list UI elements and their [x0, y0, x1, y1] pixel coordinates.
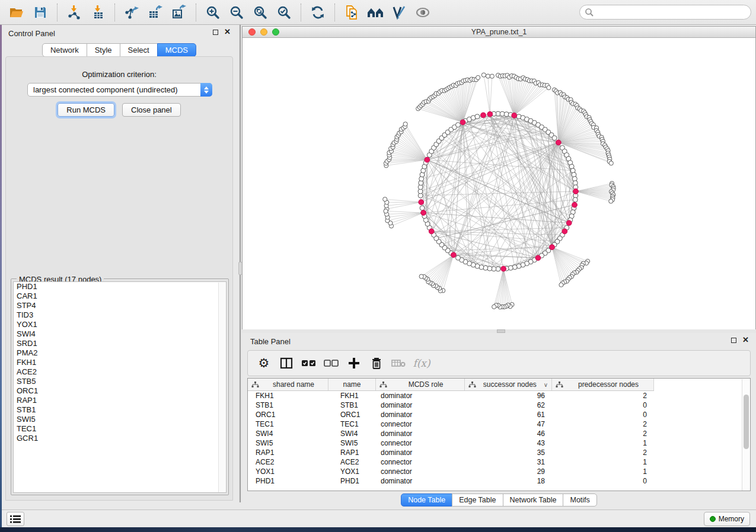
- column-header-name[interactable]: name: [328, 379, 376, 390]
- mcds-result-item[interactable]: SWI5: [14, 415, 226, 424]
- apply-layout-button[interactable]: [307, 2, 328, 23]
- scrollbar-thumb[interactable]: [744, 395, 749, 449]
- table-row[interactable]: STB1STB1dominator620: [248, 400, 742, 410]
- tab-select[interactable]: Select: [120, 43, 158, 57]
- mcds-result-item[interactable]: GCR1: [14, 434, 226, 443]
- import-table-button[interactable]: [87, 2, 109, 23]
- mcds-result-item[interactable]: STB5: [14, 377, 226, 386]
- plus-icon: [347, 357, 361, 370]
- mcds-result-item[interactable]: STP4: [14, 301, 226, 310]
- mcds-result-item[interactable]: PMA2: [14, 348, 226, 358]
- close-panel-icon[interactable]: ✕: [742, 337, 749, 343]
- delete-table-icon: [391, 358, 407, 368]
- zoom-in-button[interactable]: [202, 2, 224, 23]
- column-header-predecessor-nodes[interactable]: predecessor nodes: [552, 379, 654, 390]
- close-panel-button[interactable]: Close panel: [122, 103, 181, 117]
- hierarchy-icon: [251, 382, 259, 388]
- task-history-button[interactable]: [7, 512, 24, 526]
- tab-style[interactable]: Style: [87, 43, 120, 57]
- table-row[interactable]: SWI4SWI4dominator462: [248, 429, 742, 438]
- network-title: YPA_prune.txt_1: [243, 28, 755, 36]
- memory-button[interactable]: Memory: [704, 512, 750, 526]
- table-row[interactable]: RAP1RAP1dominator352: [248, 448, 742, 457]
- table-toolbar: ⚙: [247, 350, 751, 376]
- tab-motifs[interactable]: Motifs: [563, 493, 596, 507]
- list-scrollbar[interactable]: [218, 283, 225, 493]
- fx-icon: f(x): [413, 357, 430, 369]
- sort-descending-icon[interactable]: ∨: [544, 382, 548, 388]
- toolbar-separator: [57, 4, 58, 21]
- mcds-result-item[interactable]: TEC1: [14, 424, 226, 434]
- export-image-button[interactable]: [168, 2, 190, 23]
- tab-edge-table[interactable]: Edge Table: [452, 493, 503, 507]
- mcds-result-item[interactable]: TID3: [14, 310, 226, 320]
- export-network-button[interactable]: [121, 2, 142, 23]
- table-rows: FKH1FKH1dominator962STB1STB1dominator620…: [248, 391, 742, 486]
- first-neighbors-button[interactable]: [365, 2, 386, 23]
- table-row[interactable]: ACE2ACE2connector311: [248, 457, 742, 467]
- export-table-button[interactable]: [145, 2, 166, 23]
- search-input[interactable]: [594, 8, 746, 17]
- table-row[interactable]: FKH1FKH1dominator962: [248, 391, 742, 400]
- column-header-shared-name[interactable]: shared name: [248, 379, 328, 390]
- close-panel-icon[interactable]: ✕: [224, 29, 231, 35]
- table-row[interactable]: SWI5SWI5connector431: [248, 438, 742, 448]
- optimization-criterion-select[interactable]: largest connected component (undirected): [27, 83, 212, 97]
- toolbar-separator: [301, 4, 301, 21]
- tab-network-table[interactable]: Network Table: [503, 493, 564, 507]
- tab-network[interactable]: Network: [42, 43, 87, 57]
- mcds-result-item[interactable]: ACE2: [14, 367, 226, 377]
- zoom-fit-button[interactable]: [250, 2, 271, 23]
- table-row[interactable]: ORC1ORC1dominator610: [248, 410, 742, 419]
- table-row[interactable]: PHD1PHD1dominator180: [248, 476, 742, 486]
- add-column-button[interactable]: [344, 352, 364, 374]
- table-settings-button[interactable]: ⚙: [254, 352, 274, 374]
- mcds-result-item[interactable]: CAR1: [14, 291, 226, 301]
- hide-selected-button[interactable]: [388, 2, 410, 23]
- mcds-result-item[interactable]: SWI4: [14, 329, 226, 339]
- network-canvas[interactable]: [243, 39, 755, 329]
- column-header-successor-nodes[interactable]: successor nodes∨: [465, 379, 552, 390]
- float-panel-icon[interactable]: [731, 338, 736, 343]
- search-box[interactable]: [579, 5, 751, 20]
- zoom-fit-icon: [253, 5, 268, 20]
- zoom-selected-button[interactable]: [273, 2, 295, 23]
- cell-predecessor-nodes: 2: [552, 392, 654, 400]
- zoom-out-button[interactable]: [226, 2, 247, 23]
- new-network-from-selection-icon: [344, 5, 359, 20]
- tab-mcds[interactable]: MCDS: [157, 43, 196, 57]
- mcds-result-item[interactable]: ORC1: [14, 386, 226, 396]
- mcds-result-item[interactable]: PHD1: [14, 282, 226, 291]
- cell-successor-nodes: 61: [465, 411, 552, 419]
- mcds-result-item[interactable]: YOX1: [14, 320, 226, 329]
- mcds-result-item[interactable]: FKH1: [14, 358, 226, 367]
- table-row[interactable]: TEC1TEC1connector472: [248, 419, 742, 429]
- toolbar-separator: [196, 4, 196, 21]
- table-scrollbar[interactable]: [742, 379, 749, 491]
- column-label: predecessor nodes: [563, 380, 653, 389]
- mcds-result-item[interactable]: SRD1: [14, 339, 226, 348]
- hierarchy-icon: [556, 382, 563, 388]
- network-graph: [243, 39, 755, 329]
- mcds-result-item[interactable]: STB1: [14, 405, 226, 415]
- delete-column-button[interactable]: [366, 352, 387, 374]
- network-window-titlebar[interactable]: YPA_prune.txt_1: [243, 27, 755, 38]
- column-header-MCDS-role[interactable]: MCDS role: [376, 379, 465, 390]
- run-mcds-button[interactable]: Run MCDS: [58, 103, 114, 117]
- eye-icon: [414, 5, 432, 20]
- float-panel-icon[interactable]: [213, 30, 218, 35]
- table-row[interactable]: YOX1YOX1connector291: [248, 467, 742, 476]
- deselect-all-rows-button[interactable]: [321, 352, 342, 374]
- select-all-rows-button[interactable]: [299, 352, 319, 374]
- show-columns-button[interactable]: [276, 352, 296, 374]
- save-session-button[interactable]: [30, 2, 51, 23]
- mcds-result-list[interactable]: PHD1CAR1STP4TID3YOX1SWI4SRD1PMA2FKH1ACE2…: [13, 281, 227, 493]
- graphics-details-button[interactable]: [412, 2, 433, 23]
- tab-node-table[interactable]: Node Table: [401, 493, 452, 507]
- import-network-button[interactable]: [63, 2, 85, 23]
- control-panel-tabs: NetworkStyleSelectMCDS: [2, 43, 237, 57]
- cell-predecessor-nodes: 1: [552, 458, 654, 466]
- mcds-result-item[interactable]: RAP1: [14, 396, 226, 405]
- open-session-button[interactable]: [6, 2, 27, 23]
- new-network-from-selection-button[interactable]: [341, 2, 362, 23]
